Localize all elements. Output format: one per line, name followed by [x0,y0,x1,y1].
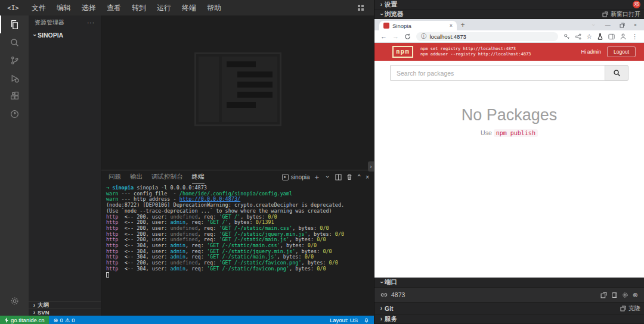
services-section-header[interactable]: › 服务 [374,314,644,324]
menu-run[interactable]: 运行 [151,3,177,13]
ide-left-region: <I> 文件 编辑 选择 查看 转到 运行 终端 帮助 [0,0,374,324]
clone-label: 克隆 [628,304,640,313]
tab-output[interactable]: 输出 [130,170,143,183]
watermark-sidebar-block [199,57,219,122]
back-icon[interactable]: ← [380,33,387,40]
tab-search-icon[interactable]: › [590,22,596,29]
source-control-icon[interactable] [0,51,29,69]
gear-icon[interactable] [0,292,29,310]
new-tab-button[interactable]: + [457,21,469,29]
reload-icon[interactable] [404,33,411,40]
port-row-4873[interactable]: 4873 ⊗ [374,288,644,303]
registry-commands: npm set registry http://localhost:4873 n… [420,46,531,57]
menu-view[interactable]: 查看 [101,3,126,13]
svn-section[interactable]: › SVN [29,309,101,316]
bookmark-star-icon[interactable]: ☆ [586,33,592,40]
extension-flask-icon[interactable] [597,33,603,40]
menu-help[interactable]: 帮助 [202,3,227,13]
run-debug-icon[interactable] [0,69,29,87]
remote-indicator[interactable]: go.titanide.cn [0,316,49,324]
new-terminal-icon[interactable]: + [315,173,320,182]
magnifier-icon [613,69,621,77]
explorer-title: 资源管理器 [35,18,64,27]
search-submit-button[interactable] [605,65,628,81]
terminal-line: http <-- 304, user: admin, req: 'GET /-/… [106,266,374,272]
open-in-browser-icon[interactable] [600,292,607,298]
clock-icon[interactable] [0,105,29,123]
browser-section-header[interactable]: › 浏览器 新窗口打开 [374,10,644,19]
more-actions-icon[interactable]: ··· [87,20,95,26]
open-new-window-label: 新窗口打开 [611,10,640,18]
tab-debug-console[interactable]: 调试控制台 [151,170,183,183]
tab-title: Sinopia [392,23,411,29]
browser-menu-icon[interactable]: ⋮ [631,33,638,40]
tab-terminal[interactable]: 终端 [192,170,205,183]
menu-go[interactable]: 转到 [126,3,151,13]
status-bar: go.titanide.cn ⊗ 0 ⚠ 0 Layout: US [0,316,374,324]
tab-problems[interactable]: 问题 [109,170,121,183]
outline-section[interactable]: › 大纲 [29,301,101,309]
menu-terminal[interactable]: 终端 [177,3,202,13]
maximize-panel-icon[interactable]: ^ [357,174,361,180]
address-bar[interactable]: ⓘ localhost:4873 [416,32,558,41]
search-icon[interactable] [0,33,29,51]
terminal-output[interactable]: → sinopia sinopia -l 0.0.0.0:4873warn --… [101,183,374,316]
npm-header-banner: npm npm set registry http://localhost:48… [374,43,644,61]
open-new-window-button[interactable]: 新窗口打开 [602,10,640,18]
search-input[interactable] [390,65,605,81]
split-terminal-icon[interactable] [335,174,342,180]
git-section-header[interactable]: › Git 克隆 [374,303,644,314]
notifications-bell-icon[interactable] [364,317,369,323]
terminal-instance-label: sinopia [291,174,310,180]
restore-layout-icon[interactable] [357,4,364,11]
keyboard-layout-status[interactable]: Layout: US [330,317,358,323]
close-panel-icon[interactable]: × [366,174,369,180]
side-panel-icon[interactable] [608,33,615,40]
menu-selection[interactable]: 选择 [76,3,101,13]
errors-count: 0 [60,317,63,323]
publish-hint: Use npm publish [374,129,644,136]
profile-icon[interactable] [620,33,627,40]
explorer-header: 资源管理器 ··· [29,15,101,30]
hint-prefix: Use [481,129,492,136]
banner-account-area: Hi admin Logout [581,46,636,57]
settings-section-header[interactable]: › 设置 邓 [374,0,644,10]
close-window-icon[interactable]: × [634,22,637,28]
open-preview-icon[interactable] [611,292,618,298]
registry-command-2: npm adduser --registry http://localhost:… [420,52,531,57]
right-panel: › 设置 邓 › 浏览器 新窗口打开 Sinopia × + › [374,0,644,324]
explorer-icon[interactable] [0,15,29,33]
password-key-icon[interactable] [564,33,570,40]
explorer-empty-space [29,40,101,301]
omnibox-action-icons: ☆ ⋮ [564,33,638,40]
tab-close-icon[interactable]: × [450,23,453,29]
extensions-icon[interactable] [0,87,29,105]
share-icon[interactable] [575,33,581,40]
port-settings-gear-icon[interactable] [622,292,628,298]
minimize-icon[interactable]: — [605,22,611,28]
watermark-list-block [222,57,277,122]
forward-icon[interactable]: → [392,33,399,40]
user-avatar[interactable]: 邓 [633,1,640,8]
problems-status[interactable]: ⊗ 0 ⚠ 0 [49,317,80,323]
ports-section-header[interactable]: › 端口 [374,278,644,288]
logout-button[interactable]: Logout [607,46,636,57]
terminal-instance[interactable]: ▸ sinopia [282,174,310,180]
browser-tab-sinopia[interactable]: Sinopia × [379,21,457,30]
menu-edit[interactable]: 编辑 [51,3,76,13]
editor-watermark-logo [194,52,281,126]
port-number: 4873 [391,291,405,298]
folder-sinopia[interactable]: › SINOPIA [29,30,101,40]
clone-button[interactable]: 克隆 [620,304,640,313]
terminal-dropdown-icon[interactable]: › [324,174,330,180]
kill-terminal-icon[interactable] [346,174,352,180]
restore-icon[interactable] [620,23,625,28]
panel-collapse-handle[interactable]: › [368,161,374,172]
menu-file[interactable]: 文件 [26,3,51,13]
site-info-icon[interactable]: ⓘ [421,33,427,40]
chevron-right-icon: › [378,316,385,322]
stop-port-icon[interactable]: ⊗ [633,291,638,299]
chevron-down-icon: › [32,32,38,39]
editor-area [101,15,374,170]
settings-label: 设置 [385,1,397,9]
